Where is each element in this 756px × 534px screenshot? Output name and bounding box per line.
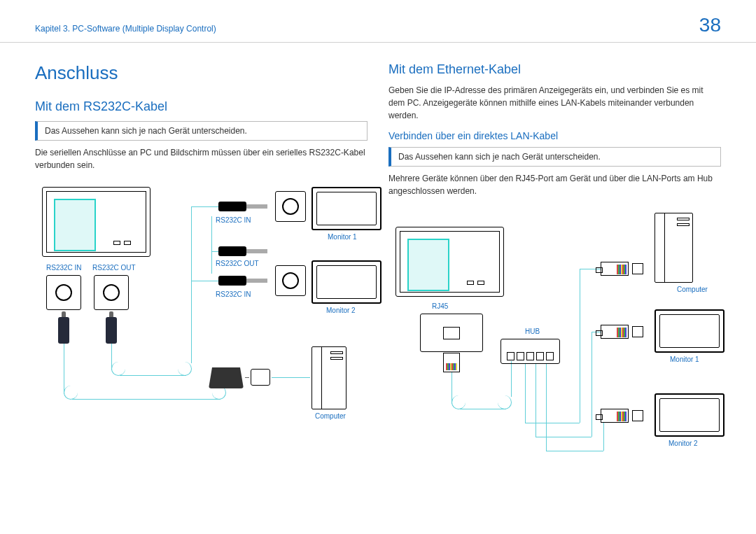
body-rs232c: Die seriellen Anschlüsse an PC und Bilds…: [35, 146, 368, 171]
left-column: Anschluss Mit dem RS232C-Kabel Das Ausse…: [35, 62, 368, 472]
rj45-plug-mon1: [601, 325, 629, 339]
plug-out: [106, 317, 117, 344]
heading-direct-lan: Verbinden über ein direktes LAN-Kabel: [388, 130, 721, 141]
label-monitor1: Monitor 1: [328, 233, 357, 241]
jack-rs232c-in-top: [218, 202, 267, 211]
label-rs232c-out-mid: RS232C OUT: [216, 260, 259, 267]
label-monitor2: Monitor 2: [326, 307, 356, 314]
device-rear-panel: [42, 187, 150, 257]
port-mon1-eth: [632, 326, 643, 337]
monitor-1: [312, 187, 382, 230]
diagram-ethernet: RJ45 HUB: [388, 206, 721, 472]
monitor-2-right: [654, 393, 724, 437]
label-rs232c-in-left: RS232C IN: [46, 264, 82, 272]
serial-port: [251, 369, 270, 386]
label-rs232c-in-bottom: RS232C IN: [216, 290, 251, 298]
right-column: Mit dem Ethernet-Kabel Geben Sie die IP-…: [388, 62, 721, 472]
label-rs232c-out-left: RS232C OUT: [92, 264, 136, 272]
chapter-label: Kapitel 3. PC-Software (Multiple Display…: [35, 24, 216, 34]
serial-connector: [209, 367, 244, 388]
rj45-port: [420, 314, 483, 352]
jack-rs232c-out: [218, 246, 267, 256]
device-rear-panel-right: [396, 227, 504, 297]
label-computer-left: Computer: [315, 412, 346, 420]
label-hub: HUB: [525, 328, 540, 335]
port-mon2-eth: [632, 410, 643, 421]
plug-in: [58, 317, 69, 344]
pc-tower-left: [312, 346, 346, 409]
body-ethernet-1: Geben Sie die IP-Adresse des primären An…: [388, 84, 721, 122]
body-ethernet-2: Mehrere Geräte können über den RJ45-Port…: [388, 172, 721, 197]
note-rs232c: Das Aussehen kann sich je nach Gerät unt…: [35, 121, 368, 141]
port-rs232c-in: [46, 275, 81, 310]
label-monitor2-right: Monitor 2: [668, 440, 698, 447]
note-ethernet: Das Aussehen kann sich je nach Gerät unt…: [388, 147, 721, 167]
label-rj45: RJ45: [432, 302, 448, 310]
port-mon1: [275, 191, 306, 222]
rj45-plug-down: [443, 353, 460, 372]
monitor-2: [312, 260, 382, 304]
jack-rs232c-in-bot: [218, 276, 267, 286]
heading-rs232c: Mit dem RS232C-Kabel: [35, 99, 368, 114]
heading-ethernet: Mit dem Ethernet-Kabel: [388, 62, 721, 77]
content-columns: Anschluss Mit dem RS232C-Kabel Das Ausse…: [0, 62, 756, 472]
page-number: 38: [699, 14, 721, 36]
label-computer-right: Computer: [677, 286, 708, 293]
label-monitor1-right: Monitor 1: [670, 356, 699, 363]
highlight-strip: [54, 199, 96, 251]
page-header: Kapitel 3. PC-Software (Multiple Display…: [0, 0, 756, 43]
diagram-rs232c: RS232C IN RS232C OUT: [35, 180, 368, 432]
label-rs232c-in-top: RS232C IN: [216, 216, 251, 224]
port-mon2: [275, 265, 306, 296]
rj45-plug-mon2: [601, 409, 629, 423]
highlight-strip-right: [407, 239, 449, 291]
pc-tower-right: [654, 213, 693, 283]
rj45-plug-computer: [601, 262, 629, 276]
port-rs232c-out: [94, 275, 129, 310]
port-computer: [632, 263, 643, 274]
monitor-1-right: [654, 309, 724, 353]
heading-anschluss: Anschluss: [35, 62, 368, 84]
hub: [500, 339, 560, 364]
